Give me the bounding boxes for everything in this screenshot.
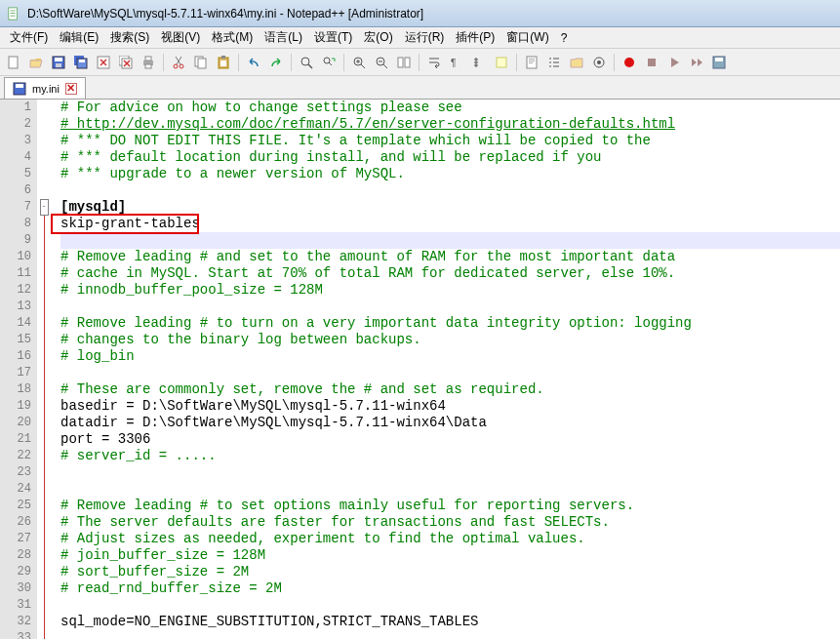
menu-settings[interactable]: 设置(T)	[308, 27, 358, 48]
app-icon	[6, 6, 21, 21]
code-line[interactable]: # Remove leading # to set options mainly…	[60, 498, 634, 513]
code-line[interactable]: # changes to the binary log between back…	[60, 332, 421, 347]
fold-toggle-icon[interactable]: -	[40, 199, 49, 216]
line-number: 9	[0, 232, 31, 249]
doc-map-button[interactable]	[522, 53, 541, 72]
svg-rect-34	[529, 60, 535, 61]
open-file-button[interactable]	[26, 53, 46, 72]
redo-button[interactable]	[266, 53, 286, 72]
word-wrap-button[interactable]	[424, 53, 444, 72]
menu-help[interactable]: ?	[555, 29, 574, 47]
svg-rect-4	[9, 57, 18, 68]
menu-macro[interactable]: 宏(O)	[358, 27, 398, 48]
cut-button[interactable]	[169, 53, 188, 72]
code-line[interactable]: # *** default location during install, a…	[60, 149, 602, 165]
code-line[interactable]: port = 3306	[60, 431, 150, 447]
indent-guide-button[interactable]	[469, 53, 489, 72]
fold-line	[44, 299, 45, 315]
line-number: 8	[0, 216, 31, 232]
code-line[interactable]: datadir = D:\SoftWare\MySQL\mysql-5.7.11…	[60, 415, 487, 430]
record-macro-button[interactable]	[620, 53, 639, 72]
code-line[interactable]: # read_rnd_buffer_size = 2M	[60, 580, 282, 596]
code-line[interactable]: # sort_buffer_size = 2M	[60, 564, 249, 579]
menu-plugins[interactable]: 插件(P)	[450, 27, 500, 48]
folder-workspace-button[interactable]	[567, 53, 586, 72]
undo-button[interactable]	[244, 53, 263, 72]
code-line[interactable]: # log_bin	[60, 348, 135, 364]
svg-rect-38	[648, 59, 656, 66]
menu-search[interactable]: 搜索(S)	[104, 27, 155, 48]
new-file-button[interactable]	[4, 53, 23, 72]
menu-window[interactable]: 窗口(W)	[500, 27, 554, 48]
zoom-in-button[interactable]	[349, 53, 369, 72]
play-macro-button[interactable]	[664, 53, 684, 72]
save-macro-button[interactable]	[709, 53, 729, 72]
svg-rect-2	[11, 13, 16, 14]
file-tab-active[interactable]: my.ini ✕	[4, 77, 86, 99]
code-line[interactable]: # These are commonly set, remove the # a…	[60, 381, 544, 397]
code-line[interactable]: skip-grant-tables	[60, 216, 200, 231]
close-button[interactable]	[94, 53, 113, 72]
code-line[interactable]: # cache in MySQL. Start at 70% of total …	[60, 265, 675, 281]
line-number: 14	[0, 315, 31, 332]
code-line[interactable]: basedir = D:\SoftWare\MySQL\mysql-5.7.11…	[60, 398, 446, 414]
close-all-button[interactable]	[116, 53, 136, 72]
menu-view[interactable]: 视图(V)	[155, 27, 206, 48]
tab-close-icon[interactable]: ✕	[65, 83, 77, 95]
svg-rect-10	[79, 60, 85, 62]
fold-line	[44, 232, 45, 249]
code-line[interactable]: [mysqld]	[60, 199, 126, 215]
save-all-button[interactable]	[71, 53, 91, 72]
fold-line	[44, 415, 45, 431]
zoom-out-button[interactable]	[372, 53, 391, 72]
menu-file[interactable]: 文件(F)	[4, 27, 54, 48]
code-line[interactable]: # server_id = .....	[60, 448, 217, 463]
code-editor[interactable]: 1234567891011121314151617181920212223242…	[0, 100, 840, 639]
code-line[interactable]: # For advice on how to change settings p…	[60, 100, 462, 115]
line-number: 12	[0, 282, 31, 299]
code-line[interactable]: # join_buffer_size = 128M	[60, 547, 265, 563]
svg-rect-15	[145, 57, 151, 60]
stop-macro-button[interactable]	[642, 53, 661, 72]
fold-line	[44, 464, 45, 481]
line-number: 32	[0, 614, 31, 630]
find-button[interactable]	[297, 53, 316, 72]
paste-button[interactable]	[214, 53, 233, 72]
tab-bar: my.ini ✕	[0, 76, 840, 100]
line-number: 6	[0, 182, 31, 199]
window-title: D:\SoftWare\MySQL\mysql-5.7.11-winx64\my…	[27, 7, 423, 20]
svg-rect-31	[497, 58, 506, 67]
menu-language[interactable]: 语言(L)	[259, 27, 308, 48]
code-line[interactable]: # Remove leading # and set to the amount…	[60, 249, 675, 264]
fold-line	[44, 216, 45, 232]
copy-button[interactable]	[191, 53, 211, 72]
save-button[interactable]	[49, 53, 68, 72]
show-all-chars-button[interactable]: ¶	[447, 53, 466, 72]
line-number: 13	[0, 299, 31, 315]
code-line[interactable]: # Adjust sizes as needed, experiment to …	[60, 531, 585, 546]
monitor-button[interactable]	[589, 53, 609, 72]
sync-scroll-button[interactable]	[394, 53, 414, 72]
play-macro-multi-button[interactable]	[687, 53, 706, 72]
svg-rect-22	[221, 56, 225, 59]
menu-format[interactable]: 格式(M)	[206, 27, 259, 48]
code-area[interactable]: # For advice on how to change settings p…	[51, 100, 840, 639]
menu-edit[interactable]: 编辑(E)	[54, 27, 104, 48]
replace-button[interactable]	[319, 53, 339, 72]
user-lang-button[interactable]	[492, 53, 511, 72]
code-line[interactable]: # *** upgrade to a newer version of MySQ…	[60, 166, 405, 181]
code-line[interactable]: # innodb_buffer_pool_size = 128M	[60, 282, 323, 298]
code-line[interactable]: # http://dev.mysql.com/doc/refman/5.7/en…	[60, 116, 675, 132]
svg-rect-20	[198, 59, 206, 68]
code-line[interactable]: sql_mode=NO_ENGINE_SUBSTITUTION,STRICT_T…	[60, 614, 478, 629]
svg-point-37	[597, 60, 601, 64]
code-line[interactable]: # The server defaults are faster for tra…	[60, 514, 610, 530]
svg-text:¶: ¶	[451, 58, 456, 68]
func-list-button[interactable]	[544, 53, 564, 72]
menu-bar: 文件(F) 编辑(E) 搜索(S) 视图(V) 格式(M) 语言(L) 设置(T…	[0, 27, 840, 49]
print-button[interactable]	[139, 53, 158, 72]
line-number: 11	[0, 265, 31, 282]
code-line[interactable]: # *** DO NOT EDIT THIS FILE. It's a temp…	[60, 133, 651, 148]
code-line[interactable]: # Remove leading # to turn on a very imp…	[60, 315, 692, 331]
menu-run[interactable]: 运行(R)	[399, 27, 451, 48]
